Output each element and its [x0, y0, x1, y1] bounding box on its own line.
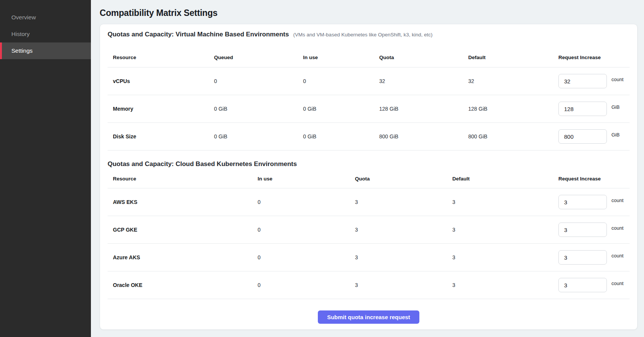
- cell-quota: 32: [379, 78, 468, 84]
- vm-header-resource: Resource: [113, 54, 214, 61]
- k8s-header-quota: Quota: [355, 176, 452, 182]
- disk-size-request-input[interactable]: [558, 129, 607, 144]
- cell-quota: 3: [355, 254, 452, 260]
- vcpus-request-input[interactable]: [558, 74, 607, 88]
- k8s-table-header: Resource In use Quota Default Request In…: [108, 176, 630, 188]
- submit-row: Submit quota increase request: [108, 310, 630, 324]
- vm-section-title: Quotas and Capacity: Virtual Machine Bas…: [108, 31, 289, 38]
- request-increase-cell: count: [558, 74, 630, 88]
- cell-queued: 0 GiB: [214, 106, 303, 112]
- page-title: Compatibility Matrix Settings: [100, 8, 638, 18]
- table-row: Oracle OKE 0 3 3 count: [108, 271, 630, 299]
- cell-quota: 3: [355, 199, 452, 205]
- unit-label: GiB: [611, 104, 620, 110]
- main-content: Compatibility Matrix Settings Quotas and…: [91, 0, 644, 337]
- resource-name: GCP GKE: [113, 227, 258, 233]
- cell-in-use: 0 GiB: [303, 133, 379, 140]
- submit-quota-increase-button[interactable]: Submit quota increase request: [318, 310, 419, 324]
- k8s-header-default: Default: [452, 176, 558, 182]
- vm-header-in-use: In use: [303, 54, 379, 61]
- cell-default: 800 GiB: [468, 133, 558, 140]
- resource-name: vCPUs: [113, 78, 214, 84]
- sidebar-item-overview-label: Overview: [11, 14, 36, 21]
- table-row: AWS EKS 0 3 3 count: [108, 188, 630, 216]
- request-increase-cell: count: [558, 278, 630, 292]
- unit-label: count: [611, 281, 624, 286]
- vm-section-heading: Quotas and Capacity: Virtual Machine Bas…: [108, 24, 630, 39]
- cell-default: 128 GiB: [468, 106, 558, 112]
- table-row: GCP GKE 0 3 3 count: [108, 216, 630, 244]
- cell-quota: 3: [355, 282, 452, 288]
- request-increase-cell: GiB: [558, 102, 630, 116]
- cell-quota: 3: [355, 227, 452, 233]
- table-row: Azure AKS 0 3 3 count: [108, 244, 630, 271]
- unit-label: count: [611, 225, 624, 231]
- cell-default: 3: [452, 282, 558, 288]
- vm-table-header: Resource Queued In use Quota Default Req…: [108, 54, 630, 67]
- resource-name: AWS EKS: [113, 199, 258, 205]
- sidebar: Overview History Settings: [0, 0, 91, 337]
- cell-default: 3: [452, 199, 558, 205]
- k8s-header-in-use: In use: [258, 176, 355, 182]
- sidebar-item-settings-label: Settings: [11, 47, 33, 54]
- cell-default: 3: [452, 254, 558, 260]
- resource-name: Oracle OKE: [113, 282, 258, 288]
- unit-label: count: [611, 197, 624, 203]
- sidebar-item-history-label: History: [11, 31, 30, 38]
- table-row: vCPUs 0 0 32 32 count: [108, 67, 630, 95]
- request-increase-cell: GiB: [558, 129, 630, 144]
- aws-eks-request-input[interactable]: [558, 195, 607, 209]
- cell-in-use: 0 GiB: [303, 106, 379, 112]
- cell-in-use: 0: [303, 78, 379, 84]
- sidebar-item-history[interactable]: History: [0, 26, 91, 42]
- unit-label: count: [611, 77, 624, 82]
- oracle-oke-request-input[interactable]: [558, 278, 607, 292]
- table-row: Memory 0 GiB 0 GiB 128 GiB 128 GiB GiB: [108, 95, 630, 123]
- k8s-section-heading: Quotas and Capacity: Cloud Based Kuberne…: [108, 150, 630, 168]
- resource-name: Azure AKS: [113, 254, 258, 260]
- vm-header-queued: Queued: [214, 54, 303, 61]
- cell-in-use: 0: [258, 199, 355, 205]
- request-increase-cell: count: [558, 250, 630, 265]
- table-row: Disk Size 0 GiB 0 GiB 800 GiB 800 GiB Gi…: [108, 123, 630, 150]
- resource-name: Memory: [113, 106, 214, 112]
- settings-card: Quotas and Capacity: Virtual Machine Bas…: [100, 24, 638, 330]
- cell-default: 32: [468, 78, 558, 84]
- unit-label: GiB: [611, 132, 620, 138]
- k8s-header-request-increase: Request Increase: [558, 176, 630, 182]
- resource-name: Disk Size: [113, 133, 214, 140]
- vm-header-quota: Quota: [379, 54, 468, 61]
- k8s-header-resource: Resource: [113, 176, 258, 182]
- request-increase-cell: count: [558, 195, 630, 209]
- vm-section-subtitle: (VMs and VM-based Kubernetes like OpenSh…: [293, 32, 433, 38]
- azure-aks-request-input[interactable]: [558, 250, 607, 265]
- cell-quota: 128 GiB: [379, 106, 468, 112]
- vm-header-default: Default: [468, 54, 558, 61]
- vm-header-request-increase: Request Increase: [558, 54, 630, 61]
- cell-default: 3: [452, 227, 558, 233]
- cell-queued: 0: [214, 78, 303, 84]
- cell-quota: 800 GiB: [379, 133, 468, 140]
- cell-in-use: 0: [258, 282, 355, 288]
- k8s-section-title: Quotas and Capacity: Cloud Based Kuberne…: [108, 160, 297, 168]
- gcp-gke-request-input[interactable]: [558, 223, 607, 237]
- cell-in-use: 0: [258, 227, 355, 233]
- cell-queued: 0 GiB: [214, 133, 303, 140]
- request-increase-cell: count: [558, 223, 630, 237]
- sidebar-item-overview[interactable]: Overview: [0, 9, 91, 26]
- cell-in-use: 0: [258, 254, 355, 260]
- sidebar-item-settings[interactable]: Settings: [0, 42, 91, 59]
- memory-request-input[interactable]: [558, 102, 607, 116]
- unit-label: count: [611, 253, 624, 259]
